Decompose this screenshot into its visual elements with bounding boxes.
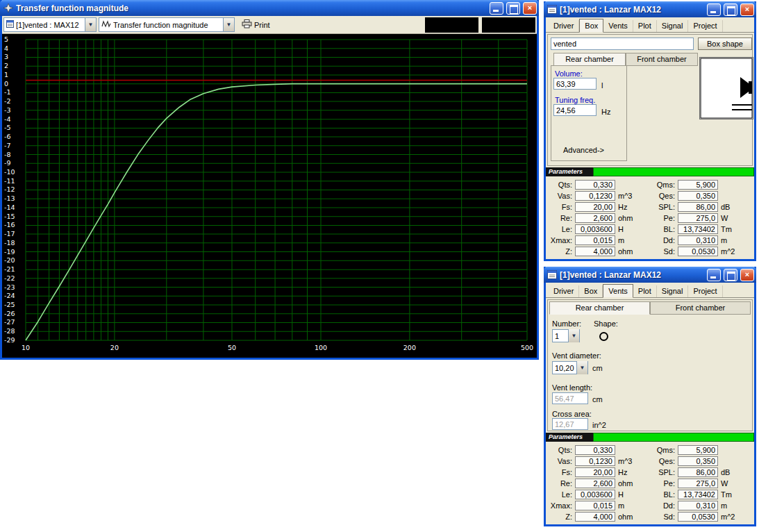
- vent-shape-circle-icon[interactable]: [599, 332, 608, 341]
- chevron-down-icon[interactable]: ▼: [576, 361, 587, 374]
- param-value: 86,00: [678, 467, 718, 477]
- param-value: 0,1230: [575, 456, 615, 466]
- vents-window-body: DriverBoxVentsPlotSignalProject Rear cha…: [546, 283, 754, 524]
- box-shape-button[interactable]: Box shape: [698, 38, 752, 50]
- svg-text:-2: -2: [4, 97, 10, 105]
- box-window-titlebar[interactable]: [1]vented : Lanzar MAX12 ×: [544, 1, 756, 17]
- tab-vents[interactable]: Vents: [603, 284, 633, 298]
- vent-diameter-unit: cm: [592, 364, 603, 372]
- svg-text:-12: -12: [4, 185, 15, 193]
- number-label: Number:: [552, 319, 581, 328]
- param-row: Qes:0,350: [651, 190, 751, 201]
- driver-parameters-grid: Qts:0,330Vas:0,1230m^3Fs:20,00HzRe:2,600…: [546, 444, 754, 524]
- param-row: Z:4,000ohm: [549, 511, 649, 522]
- param-label: Qts:: [549, 181, 572, 189]
- close-button[interactable]: ×: [740, 3, 754, 16]
- svg-text:20: 20: [110, 344, 119, 351]
- transfer-function-plot[interactable]: 543210-1-2-3-4-5-6-7-8-9-10-11-12-13-14-…: [2, 34, 537, 358]
- param-row: SPL:86,00dB: [651, 467, 751, 478]
- vents-window-titlebar[interactable]: [1]vented : Lanzar MAX12 ×: [544, 267, 756, 283]
- chamber-tab-rear-chamber[interactable]: Rear chamber: [553, 53, 626, 66]
- minimize-button[interactable]: [490, 2, 503, 15]
- maximize-button[interactable]: [724, 269, 737, 281]
- tab-driver[interactable]: Driver: [549, 285, 579, 297]
- svg-text:-18: -18: [4, 239, 15, 247]
- plot-window-body: [1]vented : MAX12 ▼ Transfer function ma…: [2, 16, 537, 358]
- param-label: SPL:: [651, 468, 675, 476]
- param-row: Fs:20,00Hz: [549, 201, 649, 213]
- param-label: Xmax:: [549, 501, 572, 510]
- project-name-input[interactable]: [551, 38, 694, 50]
- svg-text:-4: -4: [4, 115, 10, 123]
- param-unit: m: [721, 236, 727, 244]
- print-button[interactable]: Print: [237, 17, 275, 33]
- minimize-button[interactable]: [707, 269, 721, 281]
- vent-length-label: Vent length:: [552, 383, 592, 392]
- param-row: Qms:5,900: [651, 444, 751, 456]
- svg-text:-13: -13: [4, 194, 15, 202]
- tab-signal[interactable]: Signal: [657, 20, 689, 32]
- param-label: Pe:: [651, 214, 675, 222]
- volume-input[interactable]: [553, 78, 597, 90]
- param-row: Dd:0,310m: [651, 500, 751, 511]
- param-value: 5,900: [678, 180, 718, 190]
- tuning-freq-input[interactable]: [553, 104, 597, 116]
- tab-project[interactable]: Project: [688, 285, 722, 297]
- param-unit: m: [618, 236, 624, 244]
- param-value: 0,1230: [575, 191, 615, 201]
- driver-parameters-grid: Qts:0,330Vas:0,1230m^3Fs:20,00HzRe:2,600…: [546, 178, 754, 259]
- graph-type-combo[interactable]: Transfer function magnitude ▼: [99, 17, 235, 32]
- tab-plot[interactable]: Plot: [633, 285, 657, 297]
- svg-text:100: 100: [315, 344, 327, 351]
- param-value: 86,00: [678, 202, 718, 212]
- param-row: SPL:86,00dB: [651, 201, 751, 213]
- vent-number-combo[interactable]: 1 ▼: [552, 329, 580, 342]
- tab-plot[interactable]: Plot: [633, 20, 657, 32]
- param-label: Qts:: [549, 446, 572, 454]
- param-label: Fs:: [549, 203, 572, 211]
- svg-text:-8: -8: [4, 151, 10, 158]
- tab-box[interactable]: Box: [579, 19, 603, 33]
- param-row: Re:2,600ohm: [549, 213, 649, 224]
- tab-vents[interactable]: Vents: [603, 20, 633, 32]
- chamber-tab-front-chamber[interactable]: Front chamber: [650, 301, 751, 315]
- param-value: 0,015: [575, 235, 615, 245]
- param-label: Re:: [549, 479, 572, 488]
- param-value: 0,330: [575, 180, 615, 190]
- vent-diameter-combo[interactable]: 10,20 ▼: [552, 361, 588, 374]
- parameters-progress-bar: [593, 433, 754, 442]
- param-unit: m^2: [721, 247, 735, 256]
- param-label: Z:: [549, 513, 572, 521]
- plot-window-titlebar[interactable]: Transfer function magnitude ×: [0, 0, 539, 16]
- svg-text:-28: -28: [4, 327, 15, 335]
- param-value: 13,73402: [678, 224, 718, 234]
- tab-driver[interactable]: Driver: [549, 20, 579, 32]
- chamber-tab-front-chamber[interactable]: Front chamber: [626, 53, 698, 66]
- cross-area-input[interactable]: [552, 418, 588, 430]
- vent-length-input[interactable]: [552, 392, 588, 404]
- plot-window-title: Transfer function magnitude: [16, 3, 487, 13]
- param-label: Qms:: [651, 181, 675, 189]
- chevron-down-icon[interactable]: ▼: [85, 18, 96, 31]
- svg-text:-25: -25: [4, 301, 15, 308]
- chamber-tab-rear-chamber[interactable]: Rear chamber: [549, 301, 650, 315]
- advanced-button[interactable]: Advanced->: [563, 146, 604, 154]
- maximize-button[interactable]: [506, 2, 520, 15]
- minimize-button[interactable]: [707, 3, 721, 16]
- tab-signal[interactable]: Signal: [657, 285, 689, 297]
- project-icon: [6, 20, 14, 29]
- chevron-down-icon[interactable]: ▼: [223, 18, 234, 31]
- tab-project[interactable]: Project: [688, 20, 722, 32]
- maximize-button[interactable]: [724, 3, 737, 16]
- chevron-down-icon[interactable]: ▼: [568, 329, 579, 342]
- desktop: Transfer function magnitude × [1]vented …: [0, 0, 759, 532]
- cross-area-label: Cross area:: [552, 410, 592, 418]
- tab-box[interactable]: Box: [579, 285, 603, 297]
- vent-length-unit: cm: [592, 395, 603, 404]
- param-unit: ohm: [618, 513, 633, 521]
- close-button[interactable]: ×: [523, 2, 537, 15]
- close-button[interactable]: ×: [740, 269, 754, 281]
- param-value: 5,900: [678, 445, 718, 455]
- project-combo[interactable]: [1]vented : MAX12 ▼: [3, 17, 97, 32]
- driver-magnet: [749, 81, 752, 94]
